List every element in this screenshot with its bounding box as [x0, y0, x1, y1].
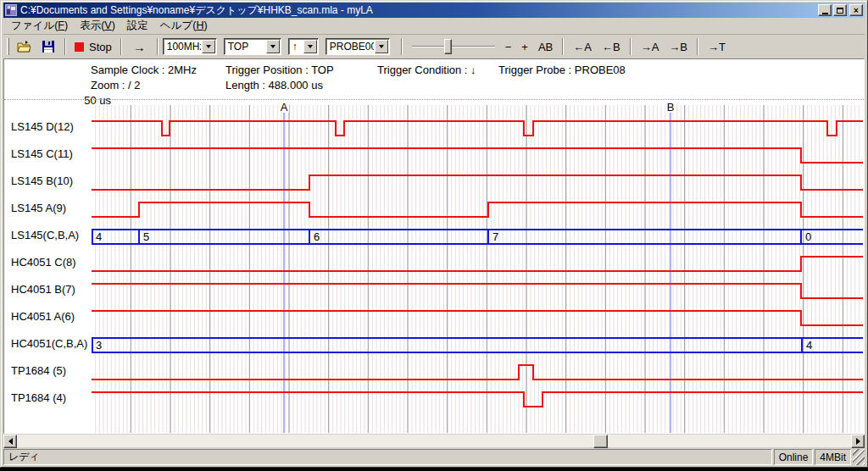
channel-label[interactable]: LS145 B(10)	[11, 175, 92, 188]
trigger-probe-select[interactable]: PROBE00	[326, 38, 390, 55]
chevron-down-icon[interactable]	[202, 40, 215, 53]
bus-value-label: 7	[492, 230, 498, 243]
trigger-position-text: Trigger Position : TOP	[225, 64, 334, 76]
channel-label[interactable]: HC4051 C(8)	[11, 256, 92, 269]
channel-label[interactable]: LS145 D(12)	[11, 120, 92, 134]
waveform-trace	[92, 257, 863, 271]
toolbar-separator	[697, 38, 698, 55]
bus-value-label: 5	[143, 230, 149, 243]
goto-trigger-button[interactable]: →T	[703, 37, 731, 56]
toolbar-separator	[120, 38, 122, 55]
toolbar: Stop → 100MHz TOP ↑ PROBE00 − + AB ←A	[3, 35, 865, 58]
close-button[interactable]: ×	[849, 4, 863, 16]
marker-a-label: A	[281, 101, 288, 114]
status-online-badge: Online	[774, 449, 814, 465]
bus-value-label: 4	[96, 230, 102, 243]
horizontal-scrollbar[interactable]	[3, 434, 865, 447]
channel-label[interactable]: LS145 C(11)	[11, 147, 92, 161]
status-message: レディ	[3, 449, 772, 465]
window-title: C:¥Documents and Settings¥noname¥デスクトップ¥…	[20, 3, 816, 18]
waveform-svg[interactable]: AB4567034	[92, 98, 863, 434]
toolbar-separator	[64, 38, 66, 55]
toolbar-grip[interactable]	[7, 38, 9, 55]
trigger-position-select[interactable]: TOP	[224, 38, 281, 55]
status-bar: レディ Online 4MBit	[3, 447, 865, 465]
close-icon: ×	[854, 6, 859, 15]
run-arrow-icon: →	[133, 40, 146, 54]
title-bar[interactable]: C:¥Documents and Settings¥noname¥デスクトップ¥…	[3, 3, 865, 18]
menu-file[interactable]: ファイル(F)	[5, 17, 74, 35]
waveform-view: Sample Clock : 2MHz Trigger Position : T…	[3, 58, 865, 434]
slider-thumb[interactable]	[444, 39, 452, 54]
menu-settings[interactable]: 設定	[121, 17, 154, 35]
menu-view[interactable]: 表示(V)	[74, 17, 121, 35]
app-icon	[5, 4, 17, 16]
app-window: C:¥Documents and Settings¥noname¥デスクトップ¥…	[0, 0, 868, 468]
channel-label[interactable]: TP1684 (5)	[11, 364, 92, 378]
zoom-in-button[interactable]: +	[516, 37, 533, 56]
waveform-trace	[92, 284, 863, 298]
trigger-probe-text: Trigger Probe : PROBE08	[498, 64, 626, 76]
channel-label[interactable]: HC4051(C,B,A)	[11, 337, 92, 351]
maximize-icon	[837, 8, 843, 14]
trigger-condition-text: Trigger Condition : ↓	[377, 64, 476, 76]
goto-marker-a-right-button[interactable]: →A	[636, 37, 665, 56]
resize-grip[interactable]	[853, 449, 865, 465]
menu-help[interactable]: ヘルプ(H)	[154, 17, 214, 35]
toolbar-separator	[630, 38, 632, 55]
waveform-trace	[92, 365, 863, 380]
marker-b-label: B	[667, 101, 675, 114]
open-file-button[interactable]	[13, 37, 36, 56]
scroll-right-button[interactable]	[851, 435, 865, 448]
zoom-slider[interactable]	[412, 38, 495, 55]
waveform-trace	[92, 121, 863, 136]
goto-marker-a-left-button[interactable]: ←A	[568, 37, 597, 56]
channel-label[interactable]: LS145 A(9)	[11, 202, 92, 215]
menu-bar: ファイル(F) 表示(V) 設定 ヘルプ(H)	[3, 18, 865, 35]
bus-value-label: 3	[96, 339, 102, 352]
toolbar-separator	[401, 38, 403, 55]
bus-value-label: 0	[805, 230, 811, 243]
minimize-button[interactable]	[818, 4, 832, 16]
scrollbar-thumb[interactable]	[593, 435, 608, 448]
channel-label[interactable]: HC4051 B(7)	[11, 283, 92, 296]
clock-select[interactable]: 100MHz	[163, 38, 217, 55]
chevron-down-icon[interactable]	[266, 40, 280, 53]
waveform-trace	[92, 202, 863, 217]
zoom-out-button[interactable]: −	[500, 37, 517, 56]
chevron-down-icon[interactable]	[303, 40, 317, 53]
stop-button[interactable]: Stop	[70, 37, 116, 56]
scroll-left-button[interactable]	[3, 435, 17, 448]
channel-label[interactable]: TP1684 (4)	[11, 391, 92, 405]
goto-marker-b-right-button[interactable]: →B	[664, 37, 693, 56]
slider-track	[412, 46, 495, 47]
trigger-edge-select[interactable]: ↑	[288, 38, 319, 55]
bus-value-label: 4	[806, 339, 812, 352]
maximize-button[interactable]	[833, 4, 847, 16]
save-button[interactable]	[36, 37, 60, 56]
channel-label[interactable]: LS145(C,B,A)	[11, 229, 92, 242]
length-text: Length : 488.000 us	[225, 79, 323, 91]
run-button[interactable]: →	[126, 37, 153, 56]
toolbar-separator	[157, 38, 159, 55]
chevron-down-icon[interactable]	[375, 40, 388, 53]
open-folder-icon	[17, 40, 32, 53]
scroll-left-icon	[8, 438, 13, 445]
waveform-trace	[92, 311, 863, 325]
status-memory-badge: 4MBit	[815, 449, 851, 465]
channel-label[interactable]: HC4051 A(6)	[11, 310, 92, 324]
minimize-icon	[822, 13, 828, 14]
scroll-right-icon	[856, 438, 860, 445]
waveform-trace	[92, 148, 863, 163]
waveform-trace	[92, 392, 863, 407]
bus-value-label: 6	[314, 230, 320, 243]
waveform-trace	[92, 175, 863, 190]
save-floppy-icon	[41, 40, 56, 53]
stop-icon	[75, 42, 84, 52]
toolbar-separator	[562, 38, 564, 55]
ab-range-button[interactable]: AB	[533, 37, 558, 56]
sample-clock-text: Sample Clock : 2MHz	[91, 64, 197, 76]
goto-marker-b-left-button[interactable]: ←B	[597, 37, 626, 56]
zoom-text: Zoom : / 2	[91, 79, 141, 91]
